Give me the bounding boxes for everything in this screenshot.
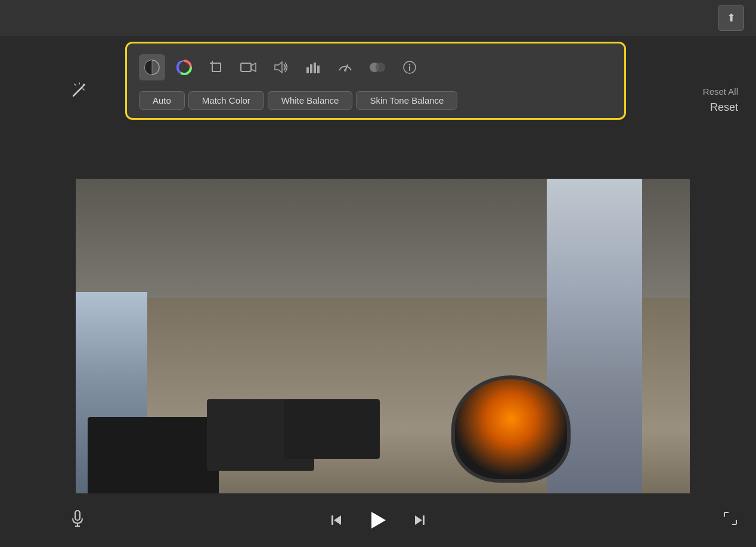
share-icon: ⬆ bbox=[727, 11, 736, 24]
svg-line-5 bbox=[83, 89, 84, 90]
svg-rect-14 bbox=[306, 67, 309, 73]
svg-rect-15 bbox=[310, 64, 312, 73]
playback-controls bbox=[326, 507, 430, 533]
reset-all-button[interactable]: Reset All bbox=[703, 86, 738, 97]
reset-button[interactable]: Reset bbox=[710, 101, 738, 114]
speedometer-icon[interactable] bbox=[332, 54, 358, 80]
icon-row bbox=[139, 52, 612, 83]
svg-rect-29 bbox=[331, 515, 333, 525]
toolbar-panel: Auto Match Color White Balance Skin Tone… bbox=[125, 42, 626, 120]
toolbar-area: Auto Match Color White Balance Skin Tone… bbox=[125, 42, 626, 120]
svg-point-21 bbox=[376, 63, 385, 72]
svg-rect-32 bbox=[423, 515, 425, 525]
color-wheels-icon[interactable] bbox=[171, 54, 197, 80]
svg-point-19 bbox=[344, 69, 346, 72]
info-icon[interactable] bbox=[396, 54, 423, 80]
video-player bbox=[76, 179, 690, 518]
match-color-tab[interactable]: Match Color bbox=[188, 91, 264, 110]
crop-icon[interactable] bbox=[203, 54, 230, 80]
top-bar: ⬆ bbox=[0, 0, 756, 36]
svg-marker-28 bbox=[334, 515, 341, 525]
svg-marker-30 bbox=[371, 512, 386, 529]
svg-rect-12 bbox=[241, 63, 251, 72]
expand-button[interactable] bbox=[723, 511, 738, 530]
sub-tabs: Auto Match Color White Balance Skin Tone… bbox=[139, 91, 612, 110]
svg-marker-31 bbox=[415, 515, 422, 525]
worker-right-figure bbox=[547, 179, 642, 518]
microphone-button[interactable] bbox=[72, 510, 83, 530]
magic-wand-button[interactable] bbox=[72, 82, 87, 101]
white-balance-tab[interactable]: White Balance bbox=[268, 91, 353, 110]
playback-bar bbox=[0, 493, 756, 547]
crucible-furnace bbox=[451, 375, 571, 483]
svg-point-24 bbox=[409, 64, 410, 65]
svg-rect-17 bbox=[317, 66, 320, 73]
skin-tone-balance-tab[interactable]: Skin Tone Balance bbox=[356, 91, 457, 110]
auto-tab[interactable]: Auto bbox=[139, 91, 185, 110]
svg-line-0 bbox=[73, 87, 82, 96]
color-correction-icon[interactable] bbox=[139, 54, 165, 80]
skip-back-button[interactable] bbox=[326, 509, 347, 531]
skip-forward-button[interactable] bbox=[409, 509, 430, 531]
svg-rect-9 bbox=[212, 63, 221, 72]
svg-marker-13 bbox=[275, 62, 282, 73]
blending-icon[interactable] bbox=[364, 54, 391, 80]
reset-buttons-area: Reset All Reset bbox=[703, 86, 738, 114]
svg-rect-25 bbox=[75, 511, 80, 520]
svg-line-4 bbox=[75, 84, 76, 85]
audio-icon[interactable] bbox=[268, 54, 294, 80]
video-frame bbox=[76, 179, 690, 518]
video-camera-icon[interactable] bbox=[236, 54, 262, 80]
play-button[interactable] bbox=[365, 507, 391, 533]
histogram-icon[interactable] bbox=[300, 54, 326, 80]
share-button[interactable]: ⬆ bbox=[718, 5, 744, 31]
machinery-box-3 bbox=[284, 399, 380, 459]
main-content: Auto Match Color White Balance Skin Tone… bbox=[0, 36, 756, 493]
svg-rect-16 bbox=[314, 63, 316, 73]
